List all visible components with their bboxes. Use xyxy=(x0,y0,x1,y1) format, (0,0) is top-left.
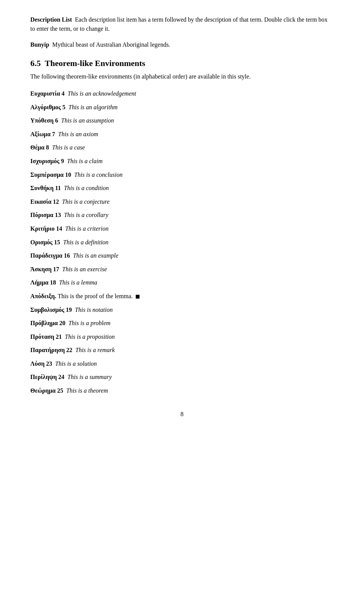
theorem-desc: This is an assumption xyxy=(61,117,114,124)
theorem-term: Παρατήρηση 22 xyxy=(30,347,72,353)
intro-paragraph: Description List Each description list i… xyxy=(30,15,334,33)
theorem-term: Ισχυρισμός 9 xyxy=(30,158,64,164)
theorem-desc: This is a definition xyxy=(63,239,109,245)
page-number: 8 xyxy=(30,411,334,418)
theorem-desc: This is an example xyxy=(73,252,118,259)
section-title: Theorem-like Environments xyxy=(45,58,145,68)
theorem-term: Περίληψη 24 xyxy=(30,374,64,380)
theorem-item: Λήμμα 18 This is a lemma xyxy=(30,278,334,288)
bunyip-label: Bunyip xyxy=(30,41,49,48)
theorem-item: Αξίωμα 7 This is an axiom xyxy=(30,129,334,139)
theorem-term: Αξίωμα 7 xyxy=(30,131,55,137)
theorem-term: Ορισμός 15 xyxy=(30,239,60,245)
theorem-desc: This is an axiom xyxy=(58,131,98,137)
theorem-term: Άσκηση 17 xyxy=(30,266,59,272)
theorem-list: Ευχαριστία 4 This is an acknowledgementΑ… xyxy=(30,89,334,288)
theorem-term: Παράδειγμα 16 xyxy=(30,252,70,259)
bunyip-line: Bunyip Mythical beast of Australian Abor… xyxy=(30,40,334,49)
theorem-item: Συμβολισμός 19 This is notation xyxy=(30,305,334,315)
theorem-item: Αλγόριθμος 5 This is an algorithm xyxy=(30,102,334,112)
theorem-desc: This is a condition xyxy=(64,185,109,191)
section-heading: 6.5 Theorem-like Environments xyxy=(30,58,334,68)
theorem-item: Παρατήρηση 22 This is a remark xyxy=(30,345,334,355)
description-list-label: Description List xyxy=(30,16,72,23)
theorem-desc: This is a claim xyxy=(67,158,103,164)
theorem-item: Συμπέρασμα 10 This is a conclusion xyxy=(30,170,334,180)
theorem-term: Πρόταση 21 xyxy=(30,333,62,340)
proof-square xyxy=(136,295,140,299)
theorem-desc: This is a conjecture xyxy=(62,198,110,205)
theorem-list-2: Συμβολισμός 19 This is notationΠρόβλημα … xyxy=(30,305,334,396)
theorem-term: Ευχαριστία 4 xyxy=(30,90,64,97)
theorem-desc: This is a conclusion xyxy=(74,171,123,178)
theorem-term: Πόρισμα 13 xyxy=(30,212,61,218)
theorem-desc: This is a proposition xyxy=(65,333,115,340)
theorem-item: Ευχαριστία 4 This is an acknowledgement xyxy=(30,89,334,99)
theorem-desc: This is a theorem xyxy=(66,387,108,394)
theorem-desc: This is a lemma xyxy=(59,279,97,286)
theorem-desc: This is a case xyxy=(52,144,85,151)
theorem-item: Κριτήριο 14 This is a criterion xyxy=(30,224,334,234)
proof-term: Απόδειξη. xyxy=(30,293,56,299)
theorem-term: Λήμμα 18 xyxy=(30,279,56,286)
theorem-term: Συμβολισμός 19 xyxy=(30,307,72,313)
theorem-desc: This is a remark xyxy=(75,347,115,353)
theorem-item: Πρόταση 21 This is a proposition xyxy=(30,332,334,342)
theorem-desc: This is a summary xyxy=(67,374,112,380)
theorem-desc: This is an exercise xyxy=(62,266,107,272)
theorem-term: Κριτήριο 14 xyxy=(30,225,62,232)
theorem-item: Θέμα 8 This is a case xyxy=(30,143,334,153)
theorem-term: Πρόβλημα 20 xyxy=(30,320,65,326)
theorem-desc: This is a solution xyxy=(55,360,97,367)
theorem-item: Υπόθεση 6 This is an assumption xyxy=(30,116,334,126)
proof-desc: This is the proof of the lemma. xyxy=(58,293,133,299)
theorem-desc: This is an algorithm xyxy=(69,104,118,110)
theorem-item: Πόρισμα 13 This is a corollary xyxy=(30,210,334,220)
theorem-desc: This is a problem xyxy=(68,320,110,326)
theorem-term: Θεώρημα 25 xyxy=(30,387,63,394)
bunyip-desc: Mythical beast of Australian Aboriginal … xyxy=(52,41,170,48)
theorem-item: Συνθήκη 11 This is a condition xyxy=(30,183,334,193)
theorem-term: Συνθήκη 11 xyxy=(30,185,61,191)
theorem-term: Υπόθεση 6 xyxy=(30,117,58,124)
proof-line: Απόδειξη. This is the proof of the lemma… xyxy=(30,291,334,301)
section-number: 6.5 xyxy=(30,58,41,68)
intro-text-1: Each description list item has a term fo… xyxy=(30,16,328,32)
section-intro: The following theorem-like environments … xyxy=(30,72,334,81)
theorem-item: Θεώρημα 25 This is a theorem xyxy=(30,386,334,396)
theorem-term: Λύση 23 xyxy=(30,360,52,367)
theorem-item: Ορισμός 15 This is a definition xyxy=(30,237,334,247)
theorem-item: Πρόβλημα 20 This is a problem xyxy=(30,318,334,328)
theorem-item: Άσκηση 17 This is an exercise xyxy=(30,264,334,274)
theorem-desc: This is an acknowledgement xyxy=(67,90,136,97)
theorem-term: Εικασία 12 xyxy=(30,198,59,205)
theorem-desc: This is notation xyxy=(75,307,113,313)
theorem-term: Αλγόριθμος 5 xyxy=(30,104,66,110)
theorem-item: Ισχυρισμός 9 This is a claim xyxy=(30,156,334,166)
theorem-item: Παράδειγμα 16 This is an example xyxy=(30,251,334,261)
theorem-term: Θέμα 8 xyxy=(30,144,49,151)
theorem-desc: This is a criterion xyxy=(65,225,108,232)
theorem-term: Συμπέρασμα 10 xyxy=(30,171,71,178)
theorem-item: Λύση 23 This is a solution xyxy=(30,359,334,369)
theorem-item: Περίληψη 24 This is a summary xyxy=(30,372,334,382)
theorem-item: Εικασία 12 This is a conjecture xyxy=(30,197,334,207)
theorem-desc: This is a corollary xyxy=(64,212,108,218)
